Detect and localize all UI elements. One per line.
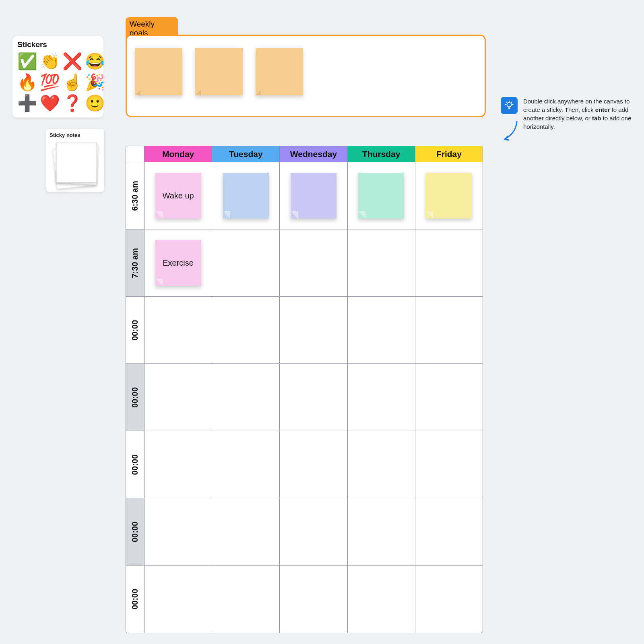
cell-r2-c4[interactable] <box>415 297 483 364</box>
cell-r2-c2[interactable] <box>280 297 347 364</box>
time-label-4: 00:00 <box>126 431 144 498</box>
schedule-table: MondayTuesdayWednesdayThursdayFriday6:30… <box>126 146 483 633</box>
sticky-note[interactable] <box>426 173 472 219</box>
cell-r6-c0[interactable] <box>144 566 212 633</box>
stickers-title: Stickers <box>17 40 99 49</box>
sticky-note[interactable]: Exercise <box>155 240 201 286</box>
cell-r2-c0[interactable] <box>144 297 212 364</box>
time-label-3: 00:00 <box>126 364 144 431</box>
svg-line-6 <box>506 102 507 103</box>
stickers-grid: ✅👏❌😂🔥💯☝️🎉➕❤️❓🙂 <box>17 52 99 113</box>
cell-r1-c1[interactable] <box>212 229 280 297</box>
sticker-1[interactable]: 👏 <box>40 52 60 71</box>
day-header-friday: Friday <box>415 146 483 162</box>
cell-r4-c4[interactable] <box>415 431 483 498</box>
cell-r0-c3[interactable] <box>348 162 415 229</box>
cell-r3-c0[interactable] <box>144 364 212 431</box>
sticker-8[interactable]: ➕ <box>17 93 37 113</box>
tip-text: Double click anywhere on the canvas to c… <box>523 97 634 131</box>
cell-r1-c2[interactable] <box>280 229 347 297</box>
cell-r1-c0[interactable]: Exercise <box>144 229 212 297</box>
sticker-6[interactable]: ☝️ <box>62 72 83 92</box>
cell-r6-c4[interactable] <box>415 566 483 633</box>
day-header-wednesday: Wednesday <box>280 146 347 162</box>
cell-r4-c2[interactable] <box>280 431 347 498</box>
weekly-goals-tab-line1: Weekly <box>130 20 155 28</box>
day-header-monday: Monday <box>144 146 212 162</box>
cell-r6-c2[interactable] <box>280 566 347 633</box>
sticky-note[interactable] <box>358 173 404 219</box>
cell-r1-c4[interactable] <box>415 229 483 297</box>
sticker-0[interactable]: ✅ <box>17 52 37 71</box>
sticky-notes-title: Sticky notes <box>50 132 101 138</box>
cell-r4-c3[interactable] <box>348 431 415 498</box>
day-header-tuesday: Tuesday <box>212 146 280 162</box>
sticker-5[interactable]: 💯 <box>40 72 60 92</box>
sticker-9[interactable]: ❤️ <box>40 93 60 113</box>
cell-r4-c0[interactable] <box>144 431 212 498</box>
sticker-4[interactable]: 🔥 <box>17 72 37 92</box>
sticky-note[interactable] <box>291 173 336 219</box>
cell-r6-c3[interactable] <box>348 566 415 633</box>
cell-r3-c4[interactable] <box>415 364 483 431</box>
cell-r0-c1[interactable] <box>212 162 280 229</box>
tip-arrow-icon <box>501 120 519 142</box>
sticker-3[interactable]: 😂 <box>85 52 105 71</box>
time-label-0: 6:30 am <box>126 162 144 229</box>
cell-r3-c3[interactable] <box>348 364 415 431</box>
sticky-note[interactable] <box>223 173 269 219</box>
svg-point-0 <box>507 102 511 107</box>
cell-r1-c3[interactable] <box>348 229 415 297</box>
day-header-thursday: Thursday <box>348 146 415 162</box>
cell-r5-c0[interactable] <box>144 498 212 566</box>
sticker-7[interactable]: 🎉 <box>85 72 105 92</box>
weekly-goals-box[interactable] <box>126 35 486 117</box>
time-label-5: 00:00 <box>126 498 144 566</box>
sticky-notes-panel: Sticky notes <box>46 129 104 192</box>
goal-note-2[interactable] <box>256 48 303 95</box>
time-label-1: 7:30 am <box>126 229 144 297</box>
goal-note-0[interactable] <box>135 48 182 95</box>
cell-r3-c1[interactable] <box>212 364 280 431</box>
sticky-note[interactable]: Wake up <box>155 173 201 219</box>
svg-line-7 <box>512 102 512 103</box>
cell-r4-c1[interactable] <box>212 431 280 498</box>
sticky-notes-stack[interactable] <box>53 140 97 185</box>
stickers-panel: Stickers ✅👏❌😂🔥💯☝️🎉➕❤️❓🙂 <box>12 36 103 118</box>
lightbulb-icon <box>501 97 518 114</box>
cell-r0-c2[interactable] <box>280 162 347 229</box>
cell-r2-c3[interactable] <box>348 297 415 364</box>
time-header-blank <box>126 146 144 162</box>
cell-r0-c4[interactable] <box>415 162 483 229</box>
cell-r5-c1[interactable] <box>212 498 280 566</box>
time-label-6: 00:00 <box>126 566 144 633</box>
sticker-2[interactable]: ❌ <box>62 52 83 71</box>
sticker-10[interactable]: ❓ <box>62 93 83 113</box>
goal-note-1[interactable] <box>195 48 243 95</box>
cell-r3-c2[interactable] <box>280 364 347 431</box>
sticker-11[interactable]: 🙂 <box>85 93 105 113</box>
tip-callout: Double click anywhere on the canvas to c… <box>501 97 634 131</box>
cell-r6-c1[interactable] <box>212 566 280 633</box>
cell-r5-c3[interactable] <box>348 498 415 566</box>
cell-r2-c1[interactable] <box>212 297 280 364</box>
cell-r0-c0[interactable]: Wake up <box>144 162 212 229</box>
cell-r5-c2[interactable] <box>280 498 347 566</box>
time-label-2: 00:00 <box>126 297 144 364</box>
cell-r5-c4[interactable] <box>415 498 483 566</box>
